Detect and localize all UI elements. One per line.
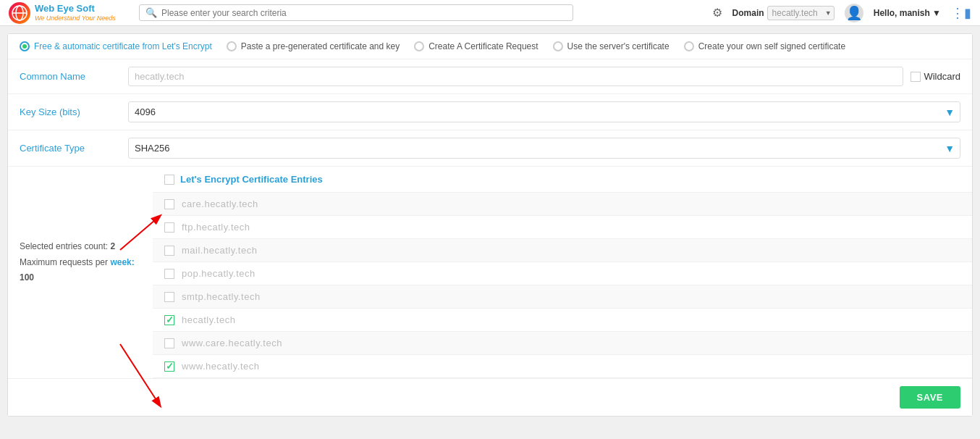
tab-radio-letsencrypt [20,41,30,51]
footer-row: SAVE [8,378,972,416]
entries-section-label: Let's Encrypt Certificate Entries [180,174,323,185]
common-name-control: Wildcard [128,67,960,86]
entry-row-5: smtp.hecatly.tech [153,285,972,309]
wildcard-checkbox[interactable] [911,72,921,82]
entry-checkbox-2[interactable] [164,222,174,233]
search-bar[interactable]: 🔍 [139,4,573,21]
entry-checkbox-3[interactable] [164,246,174,256]
search-input[interactable] [161,8,567,18]
domain-value: hecatly.tech [767,6,835,20]
tab-radio-pregenerated [227,41,237,51]
cert-type-select-wrap: SHA256 SHA512 ▼ [128,138,960,159]
entry-checkbox-5[interactable] [164,292,174,302]
entry-text-4: pop.hecatly.tech [182,268,255,279]
entry-text-3: mail.hecatly.tech [182,245,257,256]
key-size-control: 2048 4096 ▼ [128,101,960,122]
main-panel: Free & automatic certificate from Let's … [7,33,973,417]
logo-icon [9,2,30,24]
save-button[interactable]: SAVE [900,386,960,409]
common-name-label: Common Name [20,71,128,82]
checkmark-8: ✓ [166,361,174,372]
key-size-select-wrap: 2048 4096 ▼ [128,101,960,122]
entry-checkbox-6[interactable]: ✓ [164,315,174,325]
selected-entries-info: Selected entries count: 2 Maximum reques… [20,239,141,286]
cert-type-control: SHA256 SHA512 ▼ [128,138,960,159]
form-area: Common Name Wildcard Key Size (bits) 204… [8,59,972,378]
tabs-row: Free & automatic certificate from Let's … [8,34,972,59]
hello-text: Hello, manish ▼ [874,8,941,18]
tab-csr[interactable]: Create A Certificate Request [414,41,538,51]
entry-row-4: pop.hecatly.tech [153,262,972,285]
cert-type-select[interactable]: SHA256 SHA512 [128,138,960,159]
avatar: 👤 [845,4,863,22]
entry-text-8: www.hecatly.tech [182,361,259,372]
tab-radio-server [553,41,563,51]
common-name-input[interactable] [128,67,903,86]
key-size-select[interactable]: 2048 4096 [128,101,960,122]
entries-outer: Selected entries count: 2 Maximum reques… [8,167,972,378]
entry-text-1: care.hecatly.tech [182,198,258,209]
entry-checkbox-4[interactable] [164,269,174,279]
entries-select-all-checkbox[interactable] [164,175,174,185]
tab-letsencrypt[interactable]: Free & automatic certificate from Let's … [20,41,212,51]
grid-icon[interactable]: ⋮▮ [951,5,971,21]
logo-text: Web Eye Soft We Understand Your Needs [35,3,116,22]
tab-server[interactable]: Use the server's certificate [553,41,669,51]
entry-checkbox-1[interactable] [164,199,174,209]
tab-selfsigned[interactable]: Create your own self signed certificate [684,41,845,51]
domain-select: Domain hecatly.tech [732,6,835,20]
entry-row-1: care.hecatly.tech [153,193,972,216]
entries-right-panel: Let's Encrypt Certificate Entries care.h… [153,167,972,378]
entry-row-8: ✓ www.hecatly.tech [153,355,972,378]
entry-row-6: ✓ hecatly.tech [153,309,972,332]
entry-text-7: www.care.hecatly.tech [182,338,282,348]
cert-type-row: Certificate Type SHA256 SHA512 ▼ [8,130,972,167]
key-size-row: Key Size (bits) 2048 4096 ▼ [8,94,972,130]
entry-row-2: ftp.hecatly.tech [153,216,972,239]
header: Web Eye Soft We Understand Your Needs 🔍 … [0,0,980,26]
header-right: ⚙ Domain hecatly.tech 👤 Hello, manish ▼ … [712,4,971,22]
entry-checkbox-7[interactable] [164,338,174,348]
search-icon: 🔍 [145,7,157,18]
week-label: week: [110,257,134,267]
max-requests-line: Maximum requests per week: 100 [20,255,141,286]
entry-text-5: smtp.hecatly.tech [182,291,261,302]
tab-pregenerated[interactable]: Paste a pre-generated certificate and ke… [227,41,400,51]
entry-text-2: ftp.hecatly.tech [182,222,250,233]
brand-name: Web Eye Soft [35,3,116,14]
entry-row-3: mail.hecatly.tech [153,239,972,262]
entry-row-7: www.care.hecatly.tech [153,332,972,355]
entries-left-panel: Selected entries count: 2 Maximum reques… [8,167,153,378]
user-name: manish [900,8,930,18]
brand-tagline: We Understand Your Needs [35,14,116,22]
selected-count-line: Selected entries count: 2 [20,239,141,255]
entry-text-6: hecatly.tech [182,314,235,325]
tab-radio-csr [414,41,424,51]
logo-area: Web Eye Soft We Understand Your Needs [9,2,124,24]
wildcard-wrap: Wildcard [911,71,960,82]
checkmark-6: ✓ [166,314,174,325]
common-name-row: Common Name Wildcard [8,59,972,94]
key-size-label: Key Size (bits) [20,106,128,117]
tab-radio-selfsigned [684,41,694,51]
domain-dropdown[interactable]: hecatly.tech [767,6,835,20]
entry-checkbox-8[interactable]: ✓ [164,361,174,372]
wildcard-label: Wildcard [924,71,960,82]
entries-header-row: Let's Encrypt Certificate Entries [153,167,972,193]
domain-label: Domain [732,8,764,18]
settings-icon[interactable]: ⚙ [712,6,722,20]
cert-type-label: Certificate Type [20,143,128,154]
